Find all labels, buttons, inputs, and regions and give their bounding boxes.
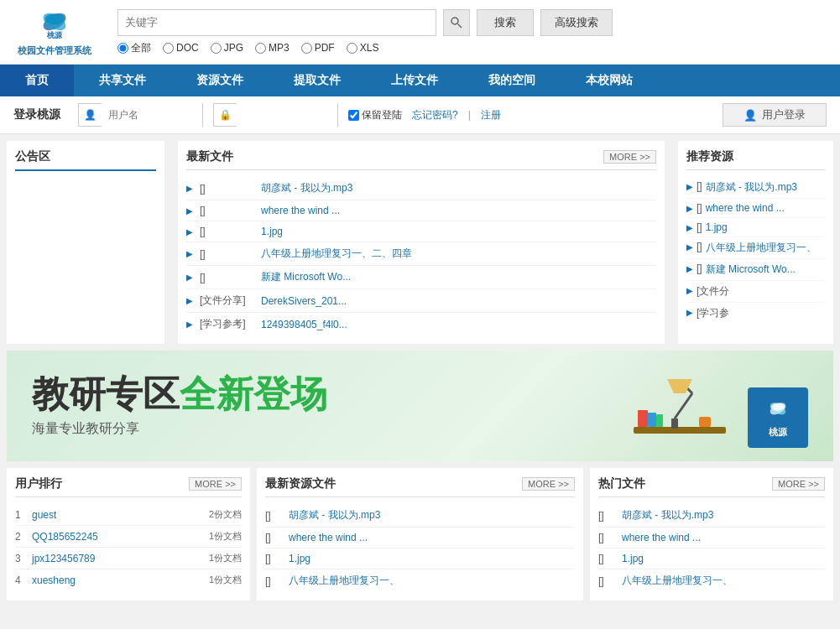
res-name[interactable]: 胡彦斌 - 我以为.mp3 — [289, 508, 380, 522]
nav-home[interactable]: 首页 — [0, 65, 74, 96]
hot-files-more[interactable]: MORE >> — [772, 477, 825, 491]
advanced-search-button[interactable]: 高级搜索 — [540, 9, 613, 36]
nav: 首页 共享文件 资源文件 提取文件 上传文件 我的空间 本校网站 — [0, 65, 840, 96]
latest-files-header: 最新文件 MORE >> — [186, 149, 656, 170]
nav-extract-files[interactable]: 提取文件 — [269, 65, 366, 96]
svg-line-8 — [675, 393, 692, 418]
file-tag: [] — [200, 226, 254, 237]
latest-res-header: 最新资源文件 MORE >> — [265, 476, 575, 497]
file-name[interactable]: DerekSivers_201... — [261, 295, 347, 307]
hot-name[interactable]: 八年级上册地理复习一、 — [622, 574, 733, 588]
badge-text: 桃源 — [769, 426, 787, 439]
login-button[interactable]: 👤 用户登录 — [723, 103, 827, 127]
rank-row: 3 jpx123456789 1份文档 — [15, 548, 242, 569]
forgot-password-link[interactable]: 忘记密码? — [412, 108, 458, 122]
rec-tag: [] — [697, 221, 702, 233]
search-icon — [450, 16, 463, 29]
svg-rect-13 — [656, 414, 663, 427]
nav-resource-files[interactable]: 资源文件 — [171, 65, 269, 96]
hot-name[interactable]: 1.jpg — [622, 553, 644, 564]
latest-files-more[interactable]: MORE >> — [603, 150, 656, 164]
nav-upload-files[interactable]: 上传文件 — [366, 65, 463, 96]
radio-mp3[interactable]: MP3 — [255, 42, 290, 54]
res-row: [] 胡彦斌 - 我以为.mp3 — [265, 504, 575, 528]
nav-shared-files[interactable]: 共享文件 — [74, 65, 171, 96]
rank-username[interactable]: jpx123456789 — [32, 553, 209, 564]
radio-xls[interactable]: XLS — [347, 42, 379, 54]
rec-bullet: ▶ — [686, 286, 693, 295]
password-input[interactable] — [237, 103, 337, 127]
nav-my-space[interactable]: 我的空间 — [463, 65, 561, 96]
hot-name[interactable]: 胡彦斌 - 我以为.mp3 — [622, 508, 713, 522]
username-wrapper: 👤 — [78, 103, 203, 127]
file-bullet: ▶ — [186, 227, 193, 237]
banner-subtitle: 海量专业教研分享 — [32, 420, 625, 438]
main-content: 公告区 最新文件 MORE >> ▶ [] 胡彦斌 - 我以为.mp3 ▶ []… — [0, 134, 840, 351]
rec-name[interactable]: 胡彦斌 - 我以为.mp3 — [706, 180, 797, 195]
recommended-item: ▶ [学习参 — [686, 303, 825, 324]
res-tag: [] — [265, 553, 282, 564]
nav-school-site[interactable]: 本校网站 — [561, 65, 658, 96]
radio-all[interactable]: 全部 — [117, 41, 151, 55]
hot-row: [] 1.jpg — [598, 548, 825, 569]
res-name[interactable]: 八年级上册地理复习一、 — [289, 574, 399, 588]
svg-rect-12 — [648, 413, 656, 427]
latest-files-list: ▶ [] 胡彦斌 - 我以为.mp3 ▶ [] where the wind .… — [186, 177, 656, 335]
rec-bullet: ▶ — [686, 182, 693, 191]
search-icon-button[interactable] — [443, 9, 470, 36]
rec-tag: [学习参 — [697, 306, 729, 320]
res-row: [] where the wind ... — [265, 528, 575, 548]
file-tag: [学习参考] — [200, 317, 254, 331]
svg-rect-14 — [699, 417, 711, 427]
rec-name[interactable]: 1.jpg — [706, 221, 728, 233]
rec-bullet: ▶ — [686, 308, 693, 317]
radio-pdf[interactable]: PDF — [301, 42, 335, 54]
radio-doc[interactable]: DOC — [163, 42, 199, 54]
hot-files-panel: 热门文件 MORE >> [] 胡彦斌 - 我以为.mp3 [] where t… — [590, 468, 833, 600]
hot-row: [] 胡彦斌 - 我以为.mp3 — [598, 504, 825, 528]
hot-files-title: 热门文件 — [598, 476, 645, 491]
file-name[interactable]: 1249398405_f4l0... — [261, 319, 347, 330]
logo-icon: 桃源 — [29, 7, 80, 44]
user-rank-title: 用户排行 — [15, 476, 62, 491]
res-name[interactable]: where the wind ... — [289, 532, 368, 543]
file-row: ▶ [] 胡彦斌 - 我以为.mp3 — [186, 177, 656, 200]
search-button[interactable]: 搜索 — [477, 9, 534, 36]
file-tag: [] — [200, 205, 254, 216]
file-name[interactable]: 1.jpg — [261, 226, 283, 237]
rec-bullet: ▶ — [686, 242, 693, 252]
radio-jpg[interactable]: JPG — [211, 42, 243, 54]
user-rank-panel: 用户排行 MORE >> 1 guest 2份文档 2 QQ185652245 … — [7, 468, 250, 600]
svg-rect-11 — [638, 410, 648, 427]
file-name[interactable]: 胡彦斌 - 我以为.mp3 — [261, 181, 352, 195]
search-input[interactable] — [117, 9, 436, 36]
rank-username[interactable]: guest — [32, 509, 209, 521]
rec-tag: [] — [697, 241, 702, 252]
file-tag: [文件分享] — [200, 294, 254, 308]
rank-username[interactable]: xuesheng — [32, 574, 209, 586]
latest-res-more[interactable]: MORE >> — [522, 477, 575, 491]
login-btn-icon: 👤 — [743, 109, 757, 122]
res-tag: [] — [265, 510, 282, 522]
hot-name[interactable]: where the wind ... — [622, 532, 701, 543]
rec-name[interactable]: 新建 Microsoft Wo... — [706, 263, 796, 277]
username-input[interactable] — [102, 103, 202, 127]
file-row: ▶ [文件分享] DerekSivers_201... — [186, 289, 656, 313]
banner-title: 教研专区全新登场 — [32, 374, 625, 414]
remember-checkbox-label[interactable]: 保留登陆 — [348, 108, 402, 122]
password-wrapper: 🔒 — [213, 103, 338, 127]
res-name[interactable]: 1.jpg — [289, 553, 310, 564]
rank-score: 1份文档 — [209, 530, 242, 543]
register-link[interactable]: 注册 — [481, 108, 501, 122]
file-name[interactable]: 八年级上册地理复习一、二、四章 — [261, 247, 412, 261]
remember-checkbox[interactable] — [348, 110, 359, 121]
file-name[interactable]: where the wind ... — [261, 205, 340, 216]
rank-username[interactable]: QQ185652245 — [32, 531, 209, 543]
file-row: ▶ [] where the wind ... — [186, 200, 656, 221]
recommended-item: ▶ [文件分 — [686, 281, 825, 303]
user-rank-more[interactable]: MORE >> — [189, 477, 242, 491]
rec-name[interactable]: 八年级上册地理复习一、 — [706, 241, 817, 255]
rec-name[interactable]: where the wind ... — [706, 202, 785, 214]
rec-tag: [] — [697, 202, 702, 214]
file-name[interactable]: 新建 Microsoft Wo... — [261, 270, 351, 284]
